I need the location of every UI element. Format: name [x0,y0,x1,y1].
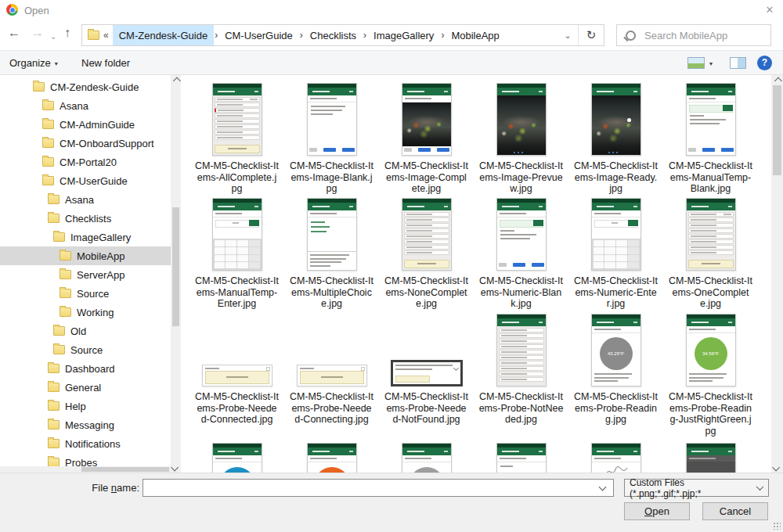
file-thumbnail [686,198,736,271]
scroll-down-icon[interactable] [171,462,181,473]
file-item[interactable] [189,441,284,473]
resize-grip-icon[interactable] [773,522,781,530]
folder-icon [48,364,60,373]
tree-item[interactable]: Source [0,284,171,303]
tree-item[interactable]: CM-OnboardSupport [0,134,171,153]
file-item[interactable]: CM-M5-Checklist-Items-MultipleChoice.jpg [284,196,379,310]
up-icon[interactable]: ↑ [64,27,70,39]
tree-item[interactable]: CM-UserGuide [0,171,171,190]
breadcrumb-overflow-icon[interactable]: « [103,30,109,41]
file-name-input[interactable] [143,479,614,497]
cancel-button[interactable]: Cancel [702,502,768,520]
change-view-icon[interactable] [687,57,705,69]
view-caret-icon[interactable]: ▾ [709,60,713,67]
thumbnail-zone [212,196,262,271]
main-scrollbar[interactable] [771,75,783,473]
thumb-buttons [497,261,546,270]
file-item[interactable] [284,441,379,473]
file-list: CM-M5-Checklist-Items-AllComplete.jpgCM-… [181,75,771,473]
file-item[interactable]: CM-M5-Checklist-Items-ManualTemp-Blank.j… [663,81,758,195]
tree-item[interactable]: Checklists [0,209,171,228]
tree-item[interactable]: Notifications [0,434,171,453]
tree-item[interactable]: CM-AdminGuide [0,115,171,134]
new-folder-button[interactable]: New folder [81,57,130,69]
organize-button[interactable]: Organize▾ [9,57,58,69]
file-item[interactable]: CM-M5-Checklist-Items-Probe-NotNeeded.jp… [474,312,568,437]
recent-locations-icon[interactable]: ⌄ [50,31,56,43]
sidebar-scrollbar[interactable] [171,75,181,473]
thumbnail-zone [297,312,367,386]
file-item[interactable] [568,441,663,473]
scroll-up-icon[interactable] [171,75,181,86]
tree-item[interactable]: Old [0,322,171,340]
back-icon[interactable]: ← [8,27,20,39]
file-item[interactable]: CM-M5-Checklist-Items-NoneComplete.jpg [379,196,474,310]
file-thumbnail [496,83,547,156]
breadcrumb-item[interactable]: ImageGallery [367,25,440,45]
thumbnail-zone [496,441,547,473]
file-item[interactable]: CM-M5-Checklist-Items-Probe-Needed-NotFo… [379,312,474,437]
file-item[interactable]: CM-M5-Checklist-Items-OneComplete.jpg [663,196,758,310]
preview-pane-icon[interactable] [730,57,746,69]
address-dropdown-icon[interactable]: ⌄ [557,31,578,41]
thumb-buttons [687,384,735,386]
tree-item[interactable]: Asana [0,96,171,115]
help-button[interactable]: ? [757,56,772,70]
file-item[interactable]: CM-M5-Checklist-Items-Image-Complete.jpg [379,81,474,195]
folder-icon [48,383,60,392]
tree-item[interactable]: General [0,378,171,397]
file-item[interactable] [379,441,474,473]
file-type-select[interactable]: Custom Files (*.png;*.gif;*.pjp;* [624,479,769,497]
tree-item[interactable]: CM-Portal20 [0,153,171,171]
tree-item[interactable]: ImageGallery [0,228,171,246]
thumbnail-zone [496,196,547,271]
tree-item-label: MobileApp [77,250,124,262]
file-item[interactable]: CM-M5-Checklist-Items-Image-Blank.jpg [284,81,379,195]
tree-item[interactable]: MobileApp [0,246,171,265]
file-item[interactable]: 34.56°FCM-M5-Checklist-Items-Probe-Readi… [663,312,758,437]
file-item[interactable]: 43.25°FCM-M5-Checklist-Items-Probe-Readi… [568,312,663,437]
address-bar[interactable]: « CM-Zendesk-Guide›CM-UserGuide›Checklis… [81,24,604,46]
breadcrumb-item[interactable]: CM-UserGuide [218,25,299,45]
tree-item[interactable]: ServerApp [0,265,171,284]
breadcrumb-item[interactable]: CM-Zendesk-Guide [113,25,214,45]
breadcrumb-item[interactable]: MobileApp [445,25,505,45]
file-item[interactable]: CM-M5-Checklist-Items-Probe-Needed-Conne… [189,312,284,437]
file-item[interactable]: CM-M5-Checklist-Items-Numeric-Blank.jpg [474,196,568,310]
search-box[interactable] [616,24,771,46]
file-item[interactable]: CM-M5-Checklist-Items-Probe-Needed-Conne… [284,312,379,437]
folder-icon [42,120,54,129]
tree-item[interactable]: Help [0,397,171,415]
tree-item[interactable]: Working [0,303,171,322]
forward-icon[interactable]: → [31,27,44,39]
sidebar-horizontal-scrollbar[interactable] [0,466,171,473]
sidebar-scroll-thumb[interactable] [172,207,179,326]
main-scroll-thumb[interactable] [773,85,781,175]
refresh-icon[interactable]: ↻ [579,28,604,42]
file-item[interactable] [474,441,568,473]
close-icon[interactable]: ✕ [763,3,777,17]
file-item[interactable] [663,441,758,473]
tree-item[interactable]: Asana [0,190,171,209]
file-item[interactable]: CM-M5-Checklist-Items-Image-Prevuew.jpg [474,81,568,195]
thumbnail-zone [591,196,641,271]
file-item[interactable]: CM-M5-Checklist-Items-AllComplete.jpg [189,81,284,195]
tree-item[interactable]: Messaging [0,415,171,434]
breadcrumb-item[interactable]: Checklists [304,25,363,45]
thumb-buttons [687,146,735,155]
tree-item[interactable]: Dashboard [0,359,171,378]
file-item[interactable]: CM-M5-Checklist-Items-ManualTemp-Enter.j… [189,196,284,310]
file-thumbnail [307,83,357,156]
file-name: CM-M5-Checklist-Items-Image-Prevuew.jpg [479,160,564,195]
scroll-up-icon[interactable] [771,75,783,86]
file-item[interactable]: CM-M5-Checklist-Items-Numeric-Enter.jpg [568,196,663,310]
tree-item-label: CM-OnboardSupport [60,138,154,149]
folder-icon [42,176,54,185]
open-button[interactable]: Open [624,502,690,520]
search-input[interactable] [643,29,783,42]
tree-item[interactable]: CM-Zendesk-Guide [0,77,171,96]
scroll-down-icon[interactable] [771,462,783,473]
file-thumbnail [297,365,367,386]
tree-item[interactable]: Source [0,340,171,359]
file-item[interactable]: CM-M5-Checklist-Items-Image-Ready.jpg [568,81,663,195]
